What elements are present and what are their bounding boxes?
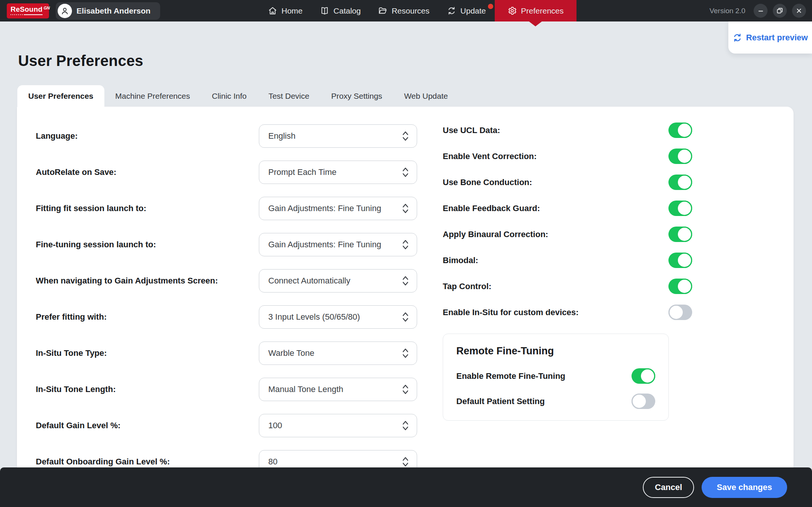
field-label: Fine-tuning session launch to: <box>36 240 156 250</box>
field-label: Enable Remote Fine-Tuning <box>456 371 565 381</box>
select-value: Prompt Each Time <box>268 167 336 177</box>
field-label: AutoRelate on Save: <box>36 167 116 177</box>
toggle-switch[interactable] <box>668 227 692 242</box>
minimize-button[interactable] <box>754 4 768 18</box>
toggle-switch[interactable] <box>632 368 655 384</box>
field-label: Use UCL Data: <box>443 126 500 135</box>
toggle-knob <box>677 123 692 138</box>
field-label: In-Situ Tone Type: <box>36 348 107 358</box>
select-control[interactable]: Gain Adjustments: Fine Tuning <box>259 233 417 256</box>
tab-clinic-info[interactable]: Clinic Info <box>201 85 257 107</box>
toggle-switch[interactable] <box>668 175 692 190</box>
toggle-row: Bimodal: <box>443 253 692 268</box>
select-row: Fitting fit session launch to: Gain Adju… <box>36 197 417 220</box>
field-label: Tap Control: <box>443 282 491 291</box>
select-fields-column: Language: English AutoRelate on Save: Pr… <box>36 124 417 486</box>
top-bar: ReSound GN Elisabeth Anderson Home Catal… <box>0 0 812 21</box>
toggle-switch[interactable] <box>632 394 655 409</box>
toggle-switch[interactable] <box>668 201 692 216</box>
toggle-knob <box>677 253 692 268</box>
remote-toggles-list: Enable Remote Fine-Tuning Default Patien… <box>456 368 655 409</box>
chevron-up-down-icon <box>402 311 409 323</box>
tab-machine-preferences[interactable]: Machine Preferences <box>104 85 201 107</box>
toggles-list: Use UCL Data: Enable Vent Correction: Us… <box>443 123 692 320</box>
field-label: Enable Feedback Guard: <box>443 204 540 213</box>
toggle-knob <box>668 305 684 320</box>
select-control[interactable]: English <box>259 124 417 148</box>
field-label: Default Onboarding Gain Level %: <box>36 457 170 467</box>
toggle-knob <box>677 149 692 164</box>
select-row: In-Situ Tone Type: Warble Tone <box>36 342 417 365</box>
chevron-up-down-icon <box>402 347 409 359</box>
chevron-up-down-icon <box>402 239 409 251</box>
select-control[interactable]: Warble Tone <box>259 342 417 365</box>
field-label: Enable Vent Correction: <box>443 152 537 161</box>
version-label: Version 2.0 <box>710 7 745 15</box>
toggle-switch[interactable] <box>668 305 692 320</box>
cancel-button[interactable]: Cancel <box>643 477 694 498</box>
close-button[interactable] <box>792 4 806 18</box>
select-value: Manual Tone Length <box>268 384 343 394</box>
select-control[interactable]: 3 Input Levels (50/65/80) <box>259 305 417 329</box>
nav-item-update[interactable]: Update <box>438 0 495 21</box>
brand-suffix: GN <box>44 6 50 10</box>
field-label: Prefer fitting with: <box>36 312 107 322</box>
select-value: Warble Tone <box>268 348 314 358</box>
tab-user-preferences[interactable]: User Preferences <box>17 85 104 107</box>
resources-icon <box>378 6 387 15</box>
brand-name: ReSound <box>11 6 43 13</box>
select-row: Language: English <box>36 124 417 148</box>
app-window: ReSound GN Elisabeth Anderson Home Catal… <box>0 0 812 507</box>
content-panel: Language: English AutoRelate on Save: Pr… <box>17 107 794 507</box>
toggle-switch[interactable] <box>668 123 692 138</box>
resound-logo: ReSound GN <box>7 3 49 18</box>
nav-item-resources[interactable]: Resources <box>369 0 438 21</box>
nav-item-home[interactable]: Home <box>259 0 311 21</box>
toggle-row: Enable In-Situ for custom devices: <box>443 305 692 320</box>
select-control[interactable]: 100 <box>259 414 417 437</box>
select-value: 100 <box>268 421 282 430</box>
select-value: Gain Adjustments: Fine Tuning <box>268 240 381 250</box>
toggle-row: Enable Feedback Guard: <box>443 201 692 216</box>
window-controls: Version 2.0 <box>710 4 806 18</box>
toggle-row: Tap Control: <box>443 279 692 294</box>
tab-web-update[interactable]: Web Update <box>393 85 459 107</box>
select-row: AutoRelate on Save: Prompt Each Time <box>36 161 417 184</box>
select-row: In-Situ Tone Length: Manual Tone Length <box>36 378 417 401</box>
toggle-knob <box>677 227 692 242</box>
select-control[interactable]: Prompt Each Time <box>259 161 417 184</box>
toggle-row: Apply Binaural Correction: <box>443 227 692 242</box>
field-label: Default Gain Level %: <box>36 421 121 430</box>
tab-test-device[interactable]: Test Device <box>257 85 320 107</box>
save-changes-button[interactable]: Save changes <box>702 477 787 498</box>
select-control[interactable]: Connect Automatically <box>259 269 417 293</box>
select-value: 3 Input Levels (50/65/80) <box>268 312 360 322</box>
tab-proxy-settings[interactable]: Proxy Settings <box>320 85 393 107</box>
field-label: When navigating to Gain Adjustments Scre… <box>36 276 218 286</box>
field-label: Use Bone Conduction: <box>443 178 532 187</box>
select-row: Prefer fitting with: 3 Input Levels (50/… <box>36 305 417 329</box>
toggle-knob <box>677 201 692 216</box>
user-menu[interactable]: Elisabeth Anderson <box>56 2 160 20</box>
logo-underline <box>11 14 43 15</box>
nav-item-preferences[interactable]: Preferences <box>495 0 577 21</box>
maximize-button[interactable] <box>773 4 787 18</box>
remote-fine-tuning-panel: Remote Fine-Tuning Enable Remote Fine-Tu… <box>443 334 669 421</box>
page-title: User Preferences <box>18 52 143 69</box>
toggle-knob <box>640 368 655 384</box>
select-control[interactable]: Gain Adjustments: Fine Tuning <box>259 197 417 220</box>
refresh-icon <box>732 33 742 43</box>
toggle-row: Use UCL Data: <box>443 123 692 138</box>
nav-item-catalog[interactable]: Catalog <box>311 0 369 21</box>
restart-preview-button[interactable]: Restart preview <box>728 21 812 54</box>
toggle-switch[interactable] <box>668 149 692 164</box>
home-icon <box>268 6 277 15</box>
toggle-switch[interactable] <box>668 253 692 268</box>
select-control[interactable]: Manual Tone Length <box>259 378 417 401</box>
select-value: Gain Adjustments: Fine Tuning <box>268 204 381 213</box>
chevron-up-down-icon <box>402 202 409 214</box>
chevron-up-down-icon <box>402 456 409 468</box>
toggle-fields-column: Use UCL Data: Enable Vent Correction: Us… <box>443 123 692 421</box>
select-value: English <box>268 131 295 141</box>
toggle-switch[interactable] <box>668 279 692 294</box>
